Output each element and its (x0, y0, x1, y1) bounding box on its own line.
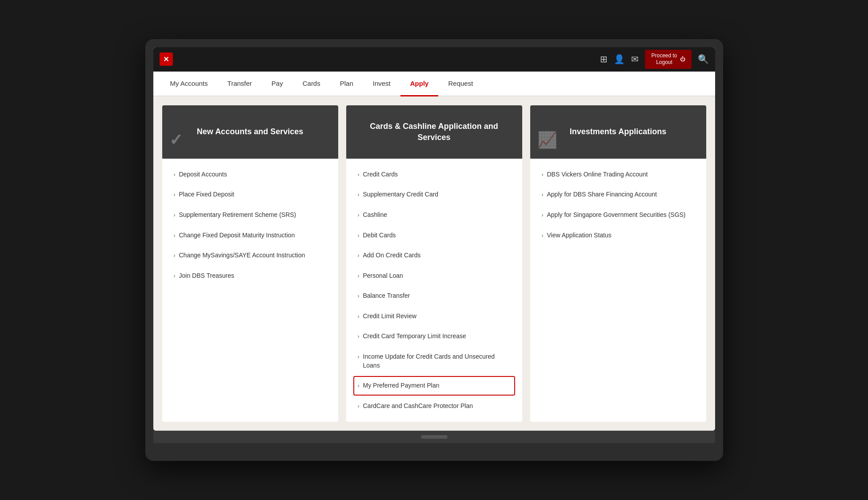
chevron-icon: › (174, 171, 176, 179)
menu-item-label-credit-cards: Credit Cards (363, 170, 398, 179)
category-header-investments: 📈Investments Applications (530, 105, 706, 159)
menu-item-srs[interactable]: ›Supplementary Retirement Scheme (SRS) (169, 205, 331, 225)
nav-item-invest[interactable]: Invest (363, 72, 400, 96)
menu-item-label-cc-temp-limit: Credit Card Temporary Limit Increase (363, 332, 466, 341)
nav-item-apply[interactable]: Apply (400, 72, 439, 96)
menu-item-label-place-fixed-deposit: Place Fixed Deposit (179, 190, 235, 199)
menu-item-label-view-application-status: View Application Status (547, 231, 612, 240)
menu-item-label-cashline: Cashline (363, 211, 387, 220)
menu-item-label-srs: Supplementary Retirement Scheme (SRS) (179, 211, 296, 220)
chevron-icon: › (174, 232, 176, 240)
chevron-icon: › (358, 292, 360, 300)
menu-item-label-personal-loan: Personal Loan (363, 272, 403, 280)
menu-item-label-add-on-cc: Add On Credit Cards (363, 251, 421, 260)
menu-item-label-income-update: Income Update for Credit Cards and Unsec… (363, 352, 511, 370)
category-items-cards-cashline: ›Credit Cards›Supplementary Credit Card›… (346, 159, 522, 422)
close-button[interactable]: ✕ (160, 52, 173, 66)
nav-item-plan[interactable]: Plan (330, 72, 363, 96)
menu-item-label-change-mysavings: Change MySavings/SAYE Account Instructio… (179, 251, 305, 260)
menu-item-label-cardcare: CardCare and CashCare Protector Plan (363, 402, 473, 411)
category-title-investments: Investments Applications (570, 126, 666, 137)
chevron-icon: › (174, 252, 176, 260)
chevron-icon: › (358, 333, 360, 340)
menu-item-label-change-fixed-deposit: Change Fixed Deposit Maturity Instructio… (179, 231, 295, 240)
logout-label: Proceed toLogout (651, 52, 677, 66)
chevron-icon: › (174, 212, 176, 219)
nav-item-cards[interactable]: Cards (293, 72, 330, 96)
menu-item-balance-transfer[interactable]: ›Balance Transfer (353, 286, 515, 306)
menu-item-dbs-vickers[interactable]: ›DBS Vickers Online Trading Account (537, 165, 699, 184)
category-title-new-accounts: New Accounts and Services (197, 126, 303, 137)
nav-item-transfer[interactable]: Transfer (218, 72, 262, 96)
logout-icon: ⏻ (680, 56, 685, 62)
menu-item-view-application-status[interactable]: ›View Application Status (537, 226, 699, 245)
menu-item-label-sgs: Apply for Singapore Government Securitie… (547, 211, 686, 220)
chevron-icon: › (358, 191, 360, 199)
search-icon[interactable]: 🔍 (698, 54, 709, 64)
menu-item-label-share-financing: Apply for DBS Share Financing Account (547, 190, 657, 199)
menu-item-place-fixed-deposit[interactable]: ›Place Fixed Deposit (169, 185, 331, 204)
menu-item-label-credit-limit-review: Credit Limit Review (363, 312, 417, 321)
menu-item-change-fixed-deposit[interactable]: ›Change Fixed Deposit Maturity Instructi… (169, 226, 331, 245)
chevron-icon: › (358, 232, 360, 240)
logout-button[interactable]: Proceed toLogout ⏻ (645, 50, 691, 69)
mail-icon[interactable]: ✉ (631, 54, 639, 64)
laptop-notch (421, 435, 448, 439)
menu-item-cashline[interactable]: ›Cashline (353, 205, 515, 225)
chevron-icon: › (358, 382, 360, 390)
nav-item-pay[interactable]: Pay (262, 72, 293, 96)
user-icon[interactable]: 👤 (614, 54, 625, 64)
menu-item-income-update[interactable]: ›Income Update for Credit Cards and Unse… (353, 347, 515, 375)
chevron-icon: › (358, 171, 360, 179)
category-header-cards-cashline: Cards & Cashline Application and Service… (346, 105, 522, 159)
menu-item-cardcare[interactable]: ›CardCare and CashCare Protector Plan (353, 396, 515, 416)
chevron-icon: › (174, 191, 176, 199)
chevron-icon: › (358, 353, 360, 361)
category-items-new-accounts: ›Deposit Accounts›Place Fixed Deposit›Su… (162, 159, 338, 292)
menu-item-join-dbs-treasures[interactable]: ›Join DBS Treasures (169, 266, 331, 286)
menu-item-label-deposit-accounts: Deposit Accounts (179, 170, 227, 179)
menu-item-preferred-payment-plan[interactable]: ›My Preferred Payment Plan (353, 376, 515, 396)
chevron-icon: › (358, 313, 360, 320)
menu-item-personal-loan[interactable]: ›Personal Loan (353, 266, 515, 286)
laptop-chin (153, 431, 715, 443)
chevron-icon: › (542, 171, 544, 179)
nav-item-request[interactable]: Request (438, 72, 483, 96)
devices-icon[interactable]: ⊞ (600, 54, 608, 64)
menu-item-change-mysavings[interactable]: ›Change MySavings/SAYE Account Instructi… (169, 246, 331, 265)
menu-item-label-balance-transfer: Balance Transfer (363, 292, 410, 300)
laptop-screen: ✕ ⊞ 👤 ✉ Proceed toLogout ⏻ 🔍 My Accounts… (153, 47, 715, 431)
menu-item-label-dbs-vickers: DBS Vickers Online Trading Account (547, 170, 648, 179)
chevron-icon: › (358, 403, 360, 410)
chevron-icon: › (542, 191, 544, 199)
nav-item-my-accounts[interactable]: My Accounts (160, 72, 218, 96)
chevron-icon: › (358, 252, 360, 260)
category-card-new-accounts: ✓New Accounts and Services›Deposit Accou… (162, 105, 338, 422)
chevron-icon: › (542, 212, 544, 219)
nav-bar: My AccountsTransferPayCardsPlanInvestApp… (153, 72, 715, 96)
menu-item-supplementary-cc[interactable]: ›Supplementary Credit Card (353, 185, 515, 204)
menu-item-cc-temp-limit[interactable]: ›Credit Card Temporary Limit Increase (353, 327, 515, 346)
menu-item-add-on-cc[interactable]: ›Add On Credit Cards (353, 246, 515, 265)
chevron-icon: › (358, 272, 360, 280)
main-content: ✓New Accounts and Services›Deposit Accou… (153, 96, 715, 431)
chevron-icon: › (542, 232, 544, 240)
chevron-icon: › (174, 272, 176, 280)
category-card-cards-cashline: Cards & Cashline Application and Service… (346, 105, 522, 422)
menu-item-share-financing[interactable]: ›Apply for DBS Share Financing Account (537, 185, 699, 204)
menu-item-deposit-accounts[interactable]: ›Deposit Accounts (169, 165, 331, 184)
menu-item-label-preferred-payment-plan: My Preferred Payment Plan (363, 381, 440, 390)
menu-item-credit-limit-review[interactable]: ›Credit Limit Review (353, 307, 515, 326)
laptop-frame: ✕ ⊞ 👤 ✉ Proceed toLogout ⏻ 🔍 My Accounts… (145, 39, 723, 461)
category-card-investments: 📈Investments Applications›DBS Vickers On… (530, 105, 706, 422)
menu-item-debit-cards[interactable]: ›Debit Cards (353, 226, 515, 245)
menu-item-label-debit-cards: Debit Cards (363, 231, 396, 240)
category-title-cards-cashline: Cards & Cashline Application and Service… (355, 121, 513, 143)
category-header-icon: 📈 (537, 129, 557, 151)
menu-item-credit-cards[interactable]: ›Credit Cards (353, 165, 515, 184)
category-header-icon: ✓ (169, 129, 183, 151)
menu-item-label-supplementary-cc: Supplementary Credit Card (363, 190, 439, 199)
category-header-new-accounts: ✓New Accounts and Services (162, 105, 338, 159)
top-bar: ✕ ⊞ 👤 ✉ Proceed toLogout ⏻ 🔍 (153, 47, 715, 72)
menu-item-sgs[interactable]: ›Apply for Singapore Government Securiti… (537, 205, 699, 225)
